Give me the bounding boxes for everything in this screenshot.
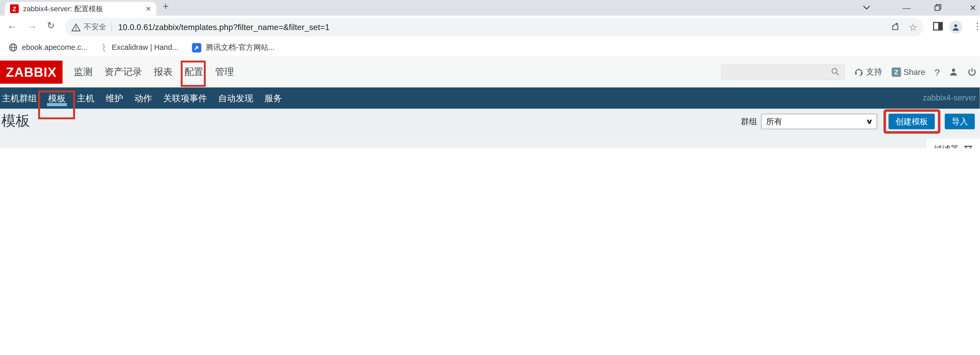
new-tab-button[interactable]: + <box>162 0 169 13</box>
group-select[interactable]: 所有 ∨ <box>761 114 877 129</box>
browser-toolbar: ← → ↻ 不安全 10.0.0.61/zabbix/templates.php… <box>0 16 980 39</box>
subnav-item-event-correlation[interactable]: 关联项事件 <box>158 87 213 109</box>
filter-panel: 过滤器 名称 链接的模板 选择 应用 重设 <box>0 135 980 149</box>
subnav-item-actions[interactable]: 动作 <box>129 87 158 109</box>
nav-item-monitoring[interactable]: 监测 <box>74 56 92 87</box>
forward-icon[interactable]: → <box>27 20 37 31</box>
divider <box>111 22 112 32</box>
subnav-item-templates[interactable]: 模板 <box>43 87 72 109</box>
window-minimize-button[interactable]: — <box>900 0 913 15</box>
group-label: 群组 <box>741 116 757 127</box>
create-template-button[interactable]: 创建模板 <box>889 114 935 129</box>
search-icon <box>831 67 840 76</box>
logout-icon[interactable] <box>967 67 977 76</box>
subnav-item-services[interactable]: 服务 <box>259 87 288 109</box>
reload-icon[interactable]: ↻ <box>47 20 55 31</box>
subnav-item-hosts[interactable]: 主机 <box>72 87 100 109</box>
bookmark-star-icon[interactable]: ☆ <box>909 23 917 31</box>
browser-tab[interactable]: Z zabbix4-server: 配置模板 ✕ <box>5 2 156 16</box>
filter-funnel-icon <box>964 145 972 148</box>
help-link[interactable]: ? <box>934 67 940 77</box>
profile-icon[interactable] <box>949 67 958 76</box>
global-search-input[interactable] <box>721 64 845 79</box>
support-link[interactable]: 支持 <box>854 66 882 78</box>
import-button[interactable]: 导入 <box>945 114 975 129</box>
browser-tab-strip: Z zabbix4-server: 配置模板 ✕ + — ✕ <box>0 0 980 16</box>
browser-menu-icon[interactable]: ⋮ <box>973 21 980 31</box>
main-nav: 监测 资产记录 报表 配置 管理 <box>74 56 234 87</box>
window-close-button[interactable]: ✕ <box>967 0 979 15</box>
share-link[interactable]: Z Share <box>892 67 925 76</box>
address-bar[interactable]: 不安全 10.0.0.61/zabbix/templates.php?filte… <box>65 18 924 36</box>
headset-icon <box>854 67 864 76</box>
subnav-item-hostgroups[interactable]: 主机群组 <box>0 87 43 109</box>
tab-title: zabbix4-server: 配置模板 <box>23 4 142 14</box>
bookmark-item[interactable]: ebook.apecome.c... <box>9 43 87 52</box>
bookmark-item[interactable]: 腾讯文档-官方网站... <box>192 42 275 53</box>
config-subnav: 主机群组 模板 主机 维护 动作 关联项事件 自动发现 服务 zabbix4-s… <box>0 87 980 109</box>
tab-close-icon[interactable]: ✕ <box>146 5 151 13</box>
page-title: 模板 <box>1 111 30 130</box>
globe-icon <box>9 43 17 52</box>
subnav-item-maintenance[interactable]: 维护 <box>100 87 129 109</box>
zabbix-header: ZABBIX 监测 资产记录 报表 配置 管理 支持 Z Share ? <box>0 56 980 87</box>
tab-list-chevron-icon[interactable] <box>860 0 873 15</box>
url-text[interactable]: 10.0.0.61/zabbix/templates.php?filter_na… <box>118 22 881 32</box>
nav-item-inventory[interactable]: 资产记录 <box>105 56 142 87</box>
zabbix-favicon-icon: Z <box>10 5 19 13</box>
browser-profile-avatar[interactable] <box>949 21 962 34</box>
bookmarks-bar: ebook.apecome.c... Excalidraw | Hand... … <box>0 39 980 57</box>
split-screen-icon[interactable] <box>933 22 943 33</box>
back-icon[interactable]: ← <box>7 20 17 31</box>
excalidraw-icon <box>100 43 107 52</box>
screen: Z zabbix4-server: 配置模板 ✕ + — ✕ ← → ↻ 不安全… <box>0 0 980 148</box>
bookmark-item[interactable]: Excalidraw | Hand... <box>100 43 178 52</box>
window-restore-button[interactable] <box>932 0 944 15</box>
chevron-down-icon: ∨ <box>865 117 873 125</box>
subnav-item-discovery[interactable]: 自动发现 <box>212 87 259 109</box>
server-name: zabbix4-server <box>923 87 980 109</box>
zabbix-share-icon: Z <box>892 67 901 76</box>
title-row: 模板 群组 所有 ∨ 创建模板 导入 <box>0 109 980 135</box>
filter-tab[interactable]: 过滤器 <box>927 139 980 148</box>
nav-item-reports[interactable]: 报表 <box>154 56 173 87</box>
zabbix-logo[interactable]: ZABBIX <box>0 60 62 84</box>
security-label[interactable]: 不安全 <box>84 22 107 33</box>
nav-item-configuration[interactable]: 配置 <box>185 56 203 87</box>
warning-icon <box>72 23 81 31</box>
tencent-docs-icon <box>192 43 202 52</box>
nav-item-administration[interactable]: 管理 <box>215 56 234 87</box>
share-icon[interactable] <box>890 21 900 33</box>
